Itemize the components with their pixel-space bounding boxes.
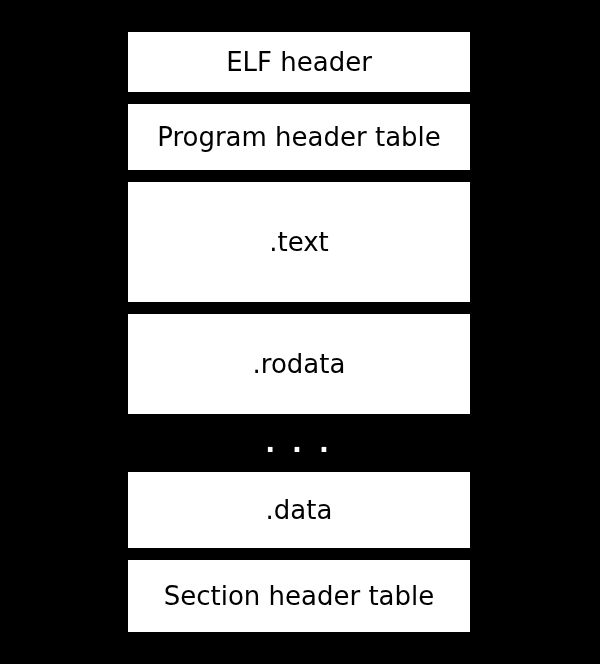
elf-header-label: ELF header (226, 47, 372, 77)
data-section-label: .data (266, 495, 333, 525)
program-header-table-label: Program header table (157, 122, 441, 152)
ellipsis-label: . . . (265, 428, 333, 458)
ellipsis: . . . (124, 418, 474, 468)
rodata-section-box: .rodata (124, 310, 474, 418)
text-section-label: .text (269, 227, 329, 257)
rodata-section-label: .rodata (253, 349, 346, 379)
text-section-box: .text (124, 178, 474, 306)
elf-layout-diagram: ELF header Program header table .text .r… (0, 0, 600, 664)
section-header-table-box: Section header table (124, 556, 474, 636)
section-header-table-label: Section header table (164, 581, 435, 611)
data-section-box: .data (124, 468, 474, 552)
elf-header-box: ELF header (124, 28, 474, 96)
program-header-table-box: Program header table (124, 100, 474, 174)
